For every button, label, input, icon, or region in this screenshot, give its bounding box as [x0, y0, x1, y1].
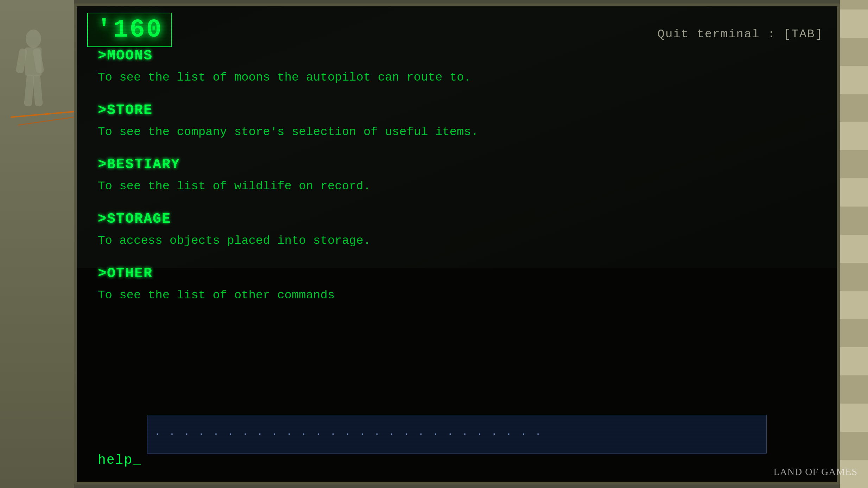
cmd-other[interactable]: >OTHER To see the list of other commands: [98, 263, 816, 305]
chat-overlay: · · · · · · · · · · · · · · · · · · · · …: [147, 415, 767, 454]
cmd-store-title: >STORE: [98, 100, 816, 121]
cmd-storage[interactable]: >STORAGE To access objects placed into s…: [98, 208, 816, 250]
chat-text: · · · · · · · · · · · · · · · · · · · · …: [154, 429, 543, 440]
terminal-content: >MOONS To see the list of moons the auto…: [98, 45, 816, 461]
svg-rect-5: [32, 74, 43, 107]
screen: '160 Quit terminal : [TAB] >MOONS To see…: [77, 6, 837, 482]
cmd-storage-title: >STORAGE: [98, 208, 816, 230]
quit-hint: Quit terminal : [TAB]: [658, 27, 823, 41]
cmd-bestiary-desc: To see the list of wildlife on record.: [98, 177, 816, 196]
cmd-moons[interactable]: >MOONS To see the list of moons the auto…: [98, 45, 816, 87]
cmd-bestiary-title: >BESTIARY: [98, 154, 816, 176]
cmd-store-desc: To see the company store's selection of …: [98, 123, 816, 141]
watermark: LAND OF GAMES: [773, 466, 857, 477]
input-line[interactable]: help_: [98, 452, 141, 468]
cmd-bestiary[interactable]: >BESTIARY To see the list of wildlife on…: [98, 154, 816, 196]
cmd-moons-desc: To see the list of moons the autopilot c…: [98, 68, 816, 87]
right-panel: [840, 0, 868, 488]
cmd-other-desc: To see the list of other commands: [98, 286, 816, 305]
character-silhouette: [11, 28, 56, 127]
score-symbol: ': [96, 15, 113, 44]
cmd-other-title: >OTHER: [98, 263, 816, 285]
cmd-storage-desc: To access objects placed into storage.: [98, 232, 816, 250]
cmd-store[interactable]: >STORE To see the company store's select…: [98, 100, 816, 141]
input-text: help: [98, 452, 133, 468]
cursor: _: [133, 452, 141, 468]
hud-score: '160: [87, 13, 172, 47]
score-value: 160: [113, 15, 163, 44]
cmd-moons-title: >MOONS: [98, 45, 816, 67]
screen-bezel: '160 Quit terminal : [TAB] >MOONS To see…: [74, 4, 840, 484]
svg-point-0: [26, 30, 41, 48]
